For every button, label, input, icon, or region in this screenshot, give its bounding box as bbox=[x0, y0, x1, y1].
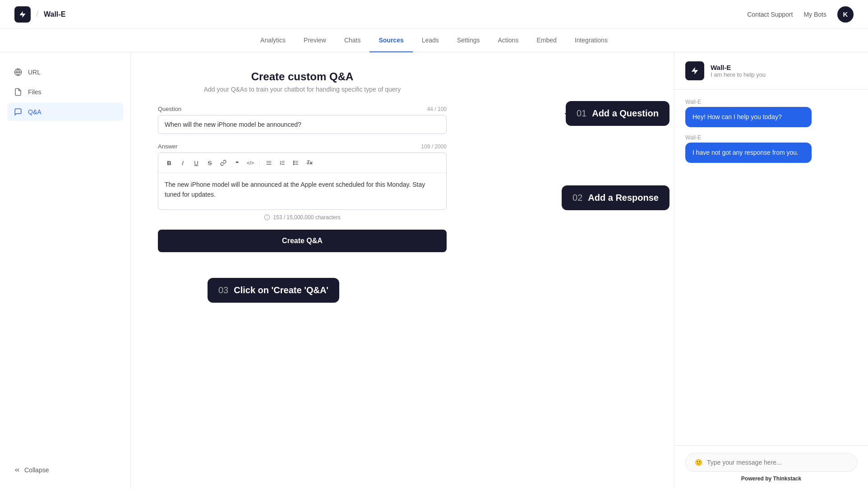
chat-messages: Wall-E Hey! How can I help you today? Wa… bbox=[674, 90, 868, 445]
answer-count: 109 / 2000 bbox=[421, 143, 447, 150]
emoji-icon: 🙂 bbox=[695, 459, 702, 466]
callout-02: 02 Add a Response bbox=[562, 185, 669, 210]
sidebar-item-qa[interactable]: Q&A bbox=[7, 103, 123, 121]
tab-chats[interactable]: Chats bbox=[335, 29, 370, 52]
ordered-list-button[interactable] bbox=[276, 157, 289, 169]
char-info: 153 / 15,000,000 characters bbox=[158, 214, 447, 221]
svg-point-11 bbox=[293, 162, 294, 163]
header-left: / Wall-E bbox=[14, 6, 65, 23]
create-qa-button[interactable]: Create Q&A bbox=[158, 230, 447, 252]
header: / Wall-E Contact Support My Bots K bbox=[0, 0, 868, 29]
svg-point-12 bbox=[293, 164, 294, 165]
answer-label: Answer bbox=[158, 143, 177, 150]
globe-icon bbox=[14, 68, 23, 77]
user-avatar[interactable]: K bbox=[837, 6, 854, 23]
main-nav: Analytics Preview Chats Sources Leads Se… bbox=[0, 29, 868, 52]
sidebar-item-files[interactable]: Files bbox=[7, 83, 123, 101]
qa-icon bbox=[14, 107, 23, 116]
callout-01-label: Add a Question bbox=[592, 108, 659, 119]
chat-bot-info: Wall-E I am here to help you bbox=[711, 64, 766, 78]
form-subtitle: Add your Q&As to train your chatbot for … bbox=[158, 86, 447, 93]
char-count: 153 / 15,000,000 characters bbox=[273, 214, 340, 221]
chat-bot-avatar bbox=[685, 61, 704, 80]
chat-sender-2: Wall-E bbox=[685, 134, 857, 141]
breadcrumb-separator: / bbox=[36, 9, 38, 19]
sidebar-label-qa: Q&A bbox=[28, 108, 42, 115]
callout-02-label: Add a Response bbox=[588, 193, 659, 203]
question-field-header: Question 44 / 100 bbox=[158, 106, 447, 112]
chat-bot-name: Wall-E bbox=[711, 64, 766, 71]
info-icon bbox=[264, 214, 270, 221]
chat-bot-status: I am here to help you bbox=[711, 71, 766, 78]
answer-content[interactable]: The new iPhone model will be announced a… bbox=[158, 173, 446, 209]
chat-input[interactable] bbox=[707, 459, 848, 466]
link-button[interactable] bbox=[217, 157, 230, 169]
clear-format-button[interactable]: Tx bbox=[303, 157, 316, 169]
chat-preview: Wall-E I am here to help you Wall-E Hey!… bbox=[674, 52, 868, 489]
bold-button[interactable]: B bbox=[163, 157, 175, 169]
sidebar-label-url: URL bbox=[28, 69, 41, 76]
answer-editor: B I U S ❝ </> bbox=[158, 152, 447, 210]
code-button[interactable]: </> bbox=[244, 157, 257, 169]
content-area: Create custom Q&A Add your Q&As to train… bbox=[131, 52, 674, 489]
question-label: Question bbox=[158, 106, 181, 112]
chat-message-2: Wall-E I have not got any response from … bbox=[685, 134, 857, 163]
chat-input-area: 🙂 Powered by Thinkstack bbox=[674, 445, 868, 489]
tab-embed[interactable]: Embed bbox=[527, 29, 565, 52]
main-content: URL Files Q&A bbox=[0, 52, 868, 489]
file-icon bbox=[14, 88, 23, 97]
my-bots-link[interactable]: My Bots bbox=[803, 11, 826, 18]
sidebar-item-url[interactable]: URL bbox=[7, 63, 123, 81]
header-right: Contact Support My Bots K bbox=[747, 6, 854, 23]
chat-bubble-2: I have not got any response from you. bbox=[685, 143, 812, 163]
tab-settings[interactable]: Settings bbox=[448, 29, 489, 52]
align-button[interactable] bbox=[263, 157, 275, 169]
callout-01: 01 Add a Question bbox=[565, 101, 669, 126]
tab-integrations[interactable]: Integrations bbox=[566, 29, 617, 52]
callout-03: 03 Click on 'Create 'Q&A' bbox=[208, 278, 339, 303]
chat-bubble-1: Hey! How can I help you today? bbox=[685, 107, 812, 127]
chat-input-wrapper[interactable]: 🙂 bbox=[685, 453, 857, 472]
callout-02-num: 02 bbox=[573, 193, 582, 203]
powered-by: Powered by Thinkstack bbox=[685, 475, 857, 482]
answer-section: Answer 109 / 2000 B I U S ❝ </> bbox=[158, 143, 447, 221]
quote-button[interactable]: ❝ bbox=[231, 157, 243, 169]
chat-sender-1: Wall-E bbox=[685, 99, 857, 105]
chat-header: Wall-E I am here to help you bbox=[674, 52, 868, 90]
editor-toolbar: B I U S ❝ </> bbox=[158, 153, 446, 173]
unordered-list-button[interactable] bbox=[290, 157, 302, 169]
question-count: 44 / 100 bbox=[427, 106, 447, 112]
strikethrough-button[interactable]: S bbox=[203, 157, 216, 169]
sidebar-label-files: Files bbox=[28, 88, 42, 96]
tab-sources[interactable]: Sources bbox=[369, 29, 412, 52]
toolbar-separator-1 bbox=[259, 159, 260, 167]
callout-03-num: 03 bbox=[218, 285, 228, 295]
contact-support-link[interactable]: Contact Support bbox=[747, 11, 793, 18]
tab-preview[interactable]: Preview bbox=[295, 29, 335, 52]
tab-leads[interactable]: Leads bbox=[413, 29, 448, 52]
italic-button[interactable]: I bbox=[176, 157, 189, 169]
logo-icon[interactable] bbox=[14, 6, 31, 23]
svg-point-10 bbox=[293, 161, 294, 162]
collapse-button[interactable]: Collapse bbox=[7, 462, 123, 478]
qa-form: Create custom Q&A Add your Q&As to train… bbox=[158, 70, 447, 252]
callout-01-num: 01 bbox=[577, 108, 586, 119]
question-input[interactable] bbox=[158, 115, 447, 134]
callout-03-label: Click on 'Create 'Q&A' bbox=[234, 285, 328, 295]
collapse-label: Collapse bbox=[24, 466, 49, 474]
sidebar-items: URL Files Q&A bbox=[7, 63, 123, 121]
form-title: Create custom Q&A bbox=[158, 70, 447, 83]
tab-analytics[interactable]: Analytics bbox=[251, 29, 295, 52]
chat-message-1: Wall-E Hey! How can I help you today? bbox=[685, 99, 857, 127]
underline-button[interactable]: U bbox=[190, 157, 203, 169]
answer-field-header: Answer 109 / 2000 bbox=[158, 143, 447, 150]
page-title: Wall-E bbox=[44, 10, 65, 18]
tab-actions[interactable]: Actions bbox=[489, 29, 527, 52]
sidebar: URL Files Q&A bbox=[0, 52, 131, 489]
